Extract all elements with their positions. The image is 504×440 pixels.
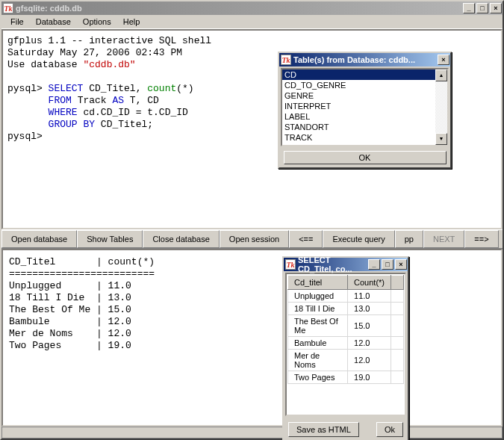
table-item[interactable]: STANDORT [282, 122, 447, 132]
result-row: Mer de Noms | 12.0 [9, 328, 131, 339]
grid-row: Unplugged11.0 [288, 290, 404, 303]
tk-icon: Tk [285, 259, 296, 270]
column-header[interactable]: Count(*) [348, 276, 391, 290]
result-row: Unplugged | 11.0 [9, 280, 131, 291]
result-row: The Best Of Me | 15.0 [9, 304, 131, 315]
close-database-button[interactable]: Close database [143, 230, 219, 248]
tables-scrollbar[interactable]: ▲ ▼ [435, 69, 447, 145]
close-button[interactable]: × [490, 3, 502, 13]
minimize-button[interactable]: _ [463, 3, 475, 13]
table-item[interactable]: TRACK [282, 132, 447, 143]
select-result-window: Tk SELECT CD_Titel, co... _ □ × Cd_titel… [282, 256, 409, 440]
toolbar: Open database Show Tables Close database… [1, 229, 503, 249]
menu-database[interactable]: Database [30, 16, 77, 28]
horizontal-scrollbar[interactable] [1, 427, 503, 439]
grid-row: Bambule12.0 [288, 337, 404, 350]
tables-list: CD CD_TO_GENRE GENRE INTERPRET LABEL STA… [281, 68, 449, 146]
table-item[interactable]: CD_TO_GENRE [282, 80, 447, 90]
select-title-bar: Tk SELECT CD_Titel, co... _ □ × [284, 258, 408, 271]
execute-query-button[interactable]: Execute query [323, 230, 394, 248]
table-item[interactable]: LABEL [282, 111, 447, 122]
tk-icon: Tk [281, 55, 291, 65]
column-header-spacer [391, 276, 404, 290]
menu-bar: File Database Options Help [1, 15, 503, 29]
next-button[interactable]: NEXT [423, 230, 464, 248]
tk-icon: Tk [3, 3, 13, 13]
save-html-button[interactable]: Save as HTML [288, 422, 359, 437]
grid-row: 18 Till I Die13.0 [288, 303, 404, 315]
grid-row: The Best Of Me15.0 [288, 315, 404, 337]
back-button[interactable]: <== [289, 230, 323, 248]
open-database-button[interactable]: Open database [1, 230, 77, 248]
result-grid: Cd_titel Count(*) Unplugged11.0 18 Till … [285, 273, 406, 416]
result-row: 18 Till I Die | 13.0 [9, 292, 131, 303]
results-pane: CD_Titel | count(*) ====================… [1, 249, 503, 427]
open-session-button[interactable]: Open session [220, 230, 289, 248]
forward-button[interactable]: ==> [464, 230, 498, 248]
show-tables-button[interactable]: Show Tables [77, 230, 143, 248]
result-row: Bambule | 12.0 [9, 316, 131, 327]
maximize-button[interactable]: □ [476, 3, 488, 13]
main-title-bar: Tk gfsqlite: cddb.db _ □ × [1, 1, 503, 15]
select-close-button[interactable]: × [395, 259, 407, 270]
table-item[interactable]: GENRE [282, 90, 447, 101]
table-item[interactable]: INTERPRET [282, 101, 447, 111]
grid-row: Two Pages19.0 [288, 371, 404, 384]
grid-row: Mer de Noms12.0 [288, 350, 404, 371]
select-max-button[interactable]: □ [382, 259, 393, 270]
pp-button[interactable]: pp [395, 230, 423, 248]
menu-file[interactable]: File [4, 16, 30, 28]
scroll-down-icon[interactable]: ▼ [435, 133, 447, 145]
select-title: SELECT CD_Titel, co... [298, 255, 367, 273]
select-ok-button[interactable]: Ok [376, 422, 403, 437]
tables-title: Table(s) from Database: cddb... [293, 55, 437, 64]
main-title: gfsqlite: cddb.db [16, 4, 462, 13]
tables-title-bar: Tk Table(s) from Database: cddb... × [279, 53, 450, 66]
scroll-up-icon[interactable]: ▲ [435, 69, 447, 81]
result-row: Two Pages | 19.0 [9, 340, 131, 351]
tables-close-button[interactable]: × [438, 55, 449, 65]
column-header[interactable]: Cd_titel [288, 276, 348, 290]
tables-window: Tk Table(s) from Database: cddb... × CD … [278, 52, 452, 169]
menu-help[interactable]: Help [117, 16, 146, 28]
tables-ok-button[interactable]: OK [284, 151, 447, 164]
select-min-button[interactable]: _ [368, 259, 380, 270]
table-item[interactable]: CD [282, 69, 447, 80]
menu-options[interactable]: Options [77, 16, 117, 28]
